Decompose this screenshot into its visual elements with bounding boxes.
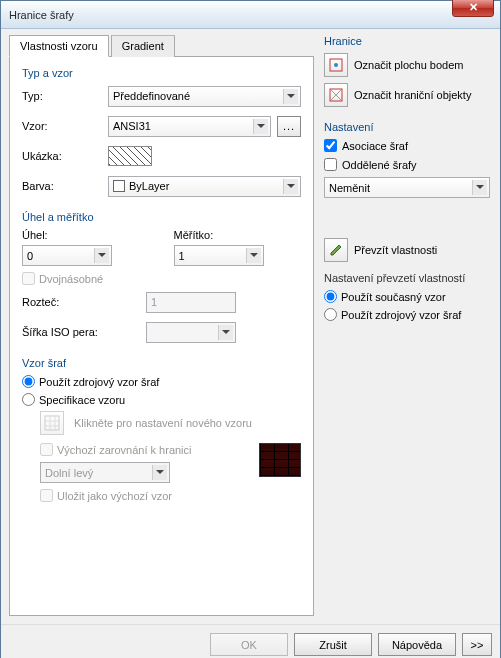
new-pattern-button xyxy=(40,411,64,435)
pick-point-button[interactable] xyxy=(324,53,348,77)
group-hatch-pattern: Vzor šraf xyxy=(22,357,301,369)
scale-select[interactable]: 1 xyxy=(174,245,264,266)
iso-pen-select xyxy=(146,322,236,343)
ok-button: OK xyxy=(210,633,288,656)
label-iso-pen: Šířka ISO pera: xyxy=(22,326,132,338)
inherit-label: Převzít vlastnosti xyxy=(354,244,437,256)
color-swatch-icon xyxy=(113,180,125,192)
close-icon: ✕ xyxy=(469,1,478,13)
new-pattern-hint: Klikněte pro nastavení nového vzoru xyxy=(74,417,252,429)
label-scale: Měřítko: xyxy=(174,229,302,241)
radio-spec-pattern[interactable]: Specifikace vzoru xyxy=(22,393,301,406)
tab-pattern-properties[interactable]: Vlastnosti vzoru xyxy=(9,35,109,57)
label-color: Barva: xyxy=(22,180,108,192)
cancel-button[interactable]: Zrušit xyxy=(294,633,372,656)
svg-point-2 xyxy=(334,63,338,67)
type-select[interactable]: Předdefinované xyxy=(108,86,301,107)
angle-select[interactable]: 0 xyxy=(22,245,112,266)
window-title: Hranice šrafy xyxy=(9,9,74,21)
brick-preview xyxy=(259,443,301,477)
footer: OK Zrušit Nápověda >> xyxy=(1,624,500,658)
chevron-down-icon xyxy=(472,180,487,195)
chevron-down-icon xyxy=(253,119,268,134)
select-objects-icon xyxy=(328,87,344,103)
label-type: Typ: xyxy=(22,90,108,102)
radio-use-current[interactable]: Použít současný vzor xyxy=(324,290,492,303)
group-settings: Nastavení xyxy=(324,121,492,133)
close-button[interactable]: ✕ xyxy=(452,0,494,17)
chevron-down-icon xyxy=(94,248,109,263)
label-pattern: Vzor: xyxy=(22,120,108,132)
svg-rect-0 xyxy=(45,416,59,430)
select-objects-button[interactable] xyxy=(324,83,348,107)
double-checkbox: Dvojnásobné xyxy=(22,272,301,285)
titlebar: Hranice šrafy ✕ xyxy=(1,1,500,29)
default-align-checkbox: Výchozí zarovnání k hranici xyxy=(40,443,249,456)
main-panel: Typ a vzor Typ: Předdefinované Vzor: ANS… xyxy=(9,56,314,616)
help-button[interactable]: Nápověda xyxy=(378,633,456,656)
assoc-checkbox[interactable]: Asociace šraf xyxy=(324,139,492,152)
pattern-select[interactable]: ANSI31 xyxy=(108,116,271,137)
tab-gradient[interactable]: Gradient xyxy=(111,35,175,57)
align-select: Dolní levý xyxy=(40,462,170,483)
save-default-checkbox: Uložit jako výchozí vzor xyxy=(40,489,249,502)
chevron-down-icon xyxy=(283,179,298,194)
expand-button[interactable]: >> xyxy=(462,633,492,656)
group-type-and-pattern: Typ a vzor xyxy=(22,67,301,79)
chevron-down-icon xyxy=(283,89,298,104)
label-spacing: Rozteč: xyxy=(22,296,108,308)
select-objects-label: Označit hraniční objekty xyxy=(354,89,471,101)
label-sample: Ukázka: xyxy=(22,150,108,162)
pick-point-icon xyxy=(328,57,344,73)
label-angle: Úhel: xyxy=(22,229,150,241)
spacing-input: 1 xyxy=(146,292,236,313)
radio-use-source-hatch[interactable]: Použít zdrojový vzor šraf xyxy=(324,308,492,321)
pick-point-label: Označit plochu bodem xyxy=(354,59,463,71)
pattern-swatch[interactable] xyxy=(108,146,152,166)
color-select[interactable]: ByLayer xyxy=(108,176,301,197)
separate-checkbox[interactable]: Oddělené šrafy xyxy=(324,158,492,171)
pencil-icon xyxy=(328,242,344,258)
inherit-button[interactable] xyxy=(324,238,348,262)
group-angle-and-scale: Úhel a měřítko xyxy=(22,211,301,223)
radio-use-source-pattern[interactable]: Použít zdrojový vzor šraf xyxy=(22,375,301,388)
tab-strip: Vlastnosti vzoru Gradient xyxy=(9,35,314,57)
browse-pattern-button[interactable]: ... xyxy=(277,116,301,137)
chevron-down-icon xyxy=(246,248,261,263)
group-inherit-settings: Nastavení převzetí vlastností xyxy=(324,272,492,284)
group-boundary: Hranice xyxy=(324,35,492,47)
hatch-icon xyxy=(44,415,60,431)
chevron-down-icon xyxy=(152,465,167,480)
chevron-down-icon xyxy=(218,325,233,340)
draw-order-select[interactable]: Neměnit xyxy=(324,177,490,198)
